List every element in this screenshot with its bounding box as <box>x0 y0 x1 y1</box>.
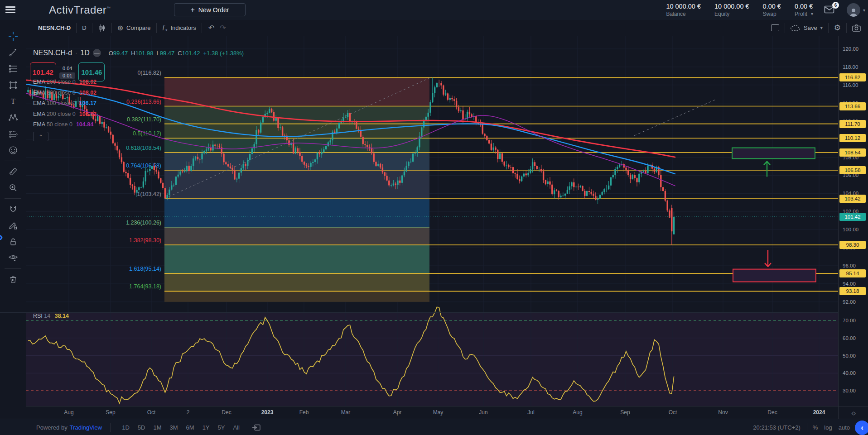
settings-button[interactable]: ⚙ <box>829 20 846 36</box>
stat-profit: 0.00 €Profit▾ <box>795 2 813 17</box>
person-icon <box>849 7 858 17</box>
range-6m[interactable]: 6M <box>182 424 198 431</box>
undo-button[interactable]: ↶ <box>202 20 218 36</box>
percent-scale-button[interactable]: % <box>813 424 818 431</box>
legend-interval: 1D <box>80 49 89 57</box>
new-order-button[interactable]: + New Order <box>174 3 246 16</box>
emoji-icon <box>9 146 18 155</box>
fib-retracement-tool[interactable] <box>0 61 26 77</box>
fib-level-label: 1.618(95.14) <box>129 266 161 272</box>
symbol-search-button[interactable]: NESN.CH-D <box>33 20 76 36</box>
range-3m[interactable]: 3M <box>166 424 182 431</box>
logo-tm: ™ <box>106 6 111 10</box>
crosshair-tool[interactable] <box>0 28 26 44</box>
messages-button[interactable]: 6 <box>824 5 836 15</box>
time-tick: Aug <box>64 409 73 416</box>
level-price-badge: 111.70 <box>839 120 866 128</box>
fib-level-label: 0.764(106.58) <box>126 163 161 169</box>
magnet-tool[interactable] <box>0 201 26 217</box>
time-axis[interactable]: AugSepOct2Dec2023FebMarAprMayJunJulAugSe… <box>26 406 838 419</box>
candles-icon <box>98 24 106 32</box>
time-tick: Oct <box>669 409 677 416</box>
indicators-button[interactable]: ƒx Indicators <box>157 20 202 36</box>
rectangle-tool[interactable] <box>0 77 26 93</box>
go-to-date-button[interactable] <box>252 424 261 431</box>
indicator-row[interactable]: EMA 200 close 0108.02 <box>33 90 96 96</box>
axis-settings-corner[interactable]: ☼ <box>838 406 868 419</box>
indicator-row[interactable]: EMA 200 close 0108.02 <box>33 79 96 85</box>
snapshot-button[interactable] <box>847 20 866 36</box>
tradingview-link[interactable]: TradingView <box>70 424 102 431</box>
collapse-panel-button[interactable]: ‹ <box>855 421 868 435</box>
fib-level-label: 0.236(113.66) <box>126 99 161 105</box>
time-tick: Nov <box>718 409 728 416</box>
rectangle-icon <box>9 81 18 90</box>
log-scale-button[interactable]: log <box>824 424 832 431</box>
chart-style-button[interactable] <box>92 20 111 36</box>
pane-separator[interactable] <box>0 312 868 313</box>
rsi-tick: 50.00 <box>843 352 856 359</box>
level-price-badge: 93.18 <box>839 287 866 295</box>
draw-icon <box>8 220 18 230</box>
forecast-tool[interactable] <box>0 126 26 142</box>
main-chart[interactable]: 0(116.82)0.236(113.66)0.382(111.70)0.5(1… <box>26 36 838 406</box>
indicator-row[interactable]: EMA 50 close 0104.84 <box>33 121 93 128</box>
zoom-in-tool[interactable] <box>0 180 26 196</box>
cloud-icon <box>791 24 800 31</box>
range-1m[interactable]: 1M <box>149 424 165 431</box>
draw-tool[interactable] <box>0 217 26 234</box>
expand-panel-chevron-icon[interactable]: › <box>0 230 3 244</box>
auto-scale-button[interactable]: auto <box>839 424 850 431</box>
magnet-icon <box>9 205 18 214</box>
fib-retracement-icon <box>9 64 18 73</box>
messages-badge: 6 <box>832 2 839 9</box>
lock-tool[interactable] <box>0 234 26 250</box>
plus-icon: + <box>190 6 194 14</box>
collapse-legend-button[interactable]: ⌃ <box>33 132 48 141</box>
rsi-tick: 70.00 <box>843 317 856 324</box>
ruler-tool[interactable] <box>0 163 26 180</box>
layout-square-icon <box>771 24 779 31</box>
svg-text:T: T <box>11 97 15 105</box>
hide-tool[interactable] <box>0 250 26 266</box>
lock-icon <box>9 237 18 246</box>
compare-button[interactable]: ⊕ Compare <box>112 20 156 36</box>
attribution: Powered by TradingView <box>36 424 102 431</box>
layout-button[interactable] <box>766 20 785 36</box>
save-button[interactable]: Save ▾ <box>785 20 828 36</box>
price-axis[interactable]: 120.00118.00116.00114.00112.00110.00108.… <box>838 36 868 406</box>
range-5d[interactable]: 5D <box>134 424 149 431</box>
range-1d[interactable]: 1D <box>118 424 134 431</box>
text-tool[interactable]: T <box>0 93 26 110</box>
menu-icon[interactable] <box>5 6 15 14</box>
time-tick: 2 <box>187 409 190 416</box>
indicator-row[interactable]: EMA 100 close 0106.17 <box>33 100 96 106</box>
hide-series-button[interactable]: — <box>93 49 101 57</box>
fib-level-label: 0(116.82) <box>137 70 161 76</box>
change-value: +1.38 (+1.38%) <box>203 50 244 57</box>
avatar[interactable] <box>847 3 860 17</box>
time-tick: 2024 <box>813 409 825 416</box>
profit-caret-icon[interactable]: ▾ <box>811 11 813 17</box>
trend-line-tool[interactable] <box>0 44 26 61</box>
range-5y[interactable]: 5Y <box>214 424 229 431</box>
range-all[interactable]: All <box>229 424 243 431</box>
fib-level-label: 0.382(111.70) <box>127 116 161 123</box>
delete-tool[interactable] <box>0 271 26 287</box>
camera-icon <box>852 24 861 32</box>
xabcd-pattern-tool[interactable] <box>0 110 26 126</box>
spread-high: 0.04 <box>63 66 72 71</box>
range-1y[interactable]: 1Y <box>198 424 214 431</box>
session-clock[interactable]: 20:21:53 (UTC+2) <box>753 424 800 431</box>
redo-button[interactable]: ↷ <box>218 20 231 36</box>
rsi-legend: RSI 14 38.14 <box>33 313 69 319</box>
price-tick: 96.00 <box>843 262 856 269</box>
indicator-row[interactable]: EMA 200 close 0108.02 <box>33 111 96 117</box>
trend-line-icon <box>9 48 18 57</box>
avatar-caret-icon[interactable]: ▾ <box>863 8 865 13</box>
sun-icon: ☼ <box>850 409 857 417</box>
legend-symbol[interactable]: NESN.CH-d <box>33 49 72 57</box>
interval-button[interactable]: D <box>77 20 92 36</box>
emoji-tool[interactable] <box>0 142 26 158</box>
price-tick: 100.00 <box>843 226 858 233</box>
